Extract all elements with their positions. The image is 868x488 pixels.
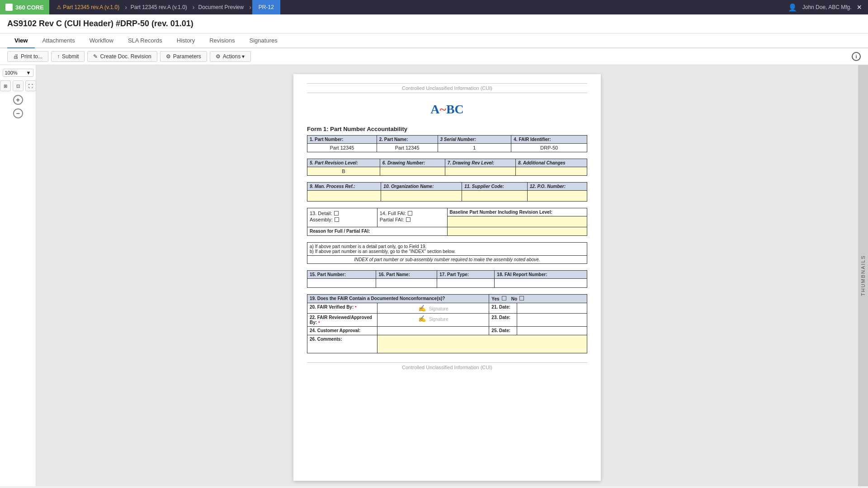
fit-page-button[interactable]: ⊡ [13, 80, 24, 91]
detail-checkbox-row: 13. Detail: [310, 211, 375, 216]
reason-label-cell: Reason for Full / Partial FAI: [307, 227, 448, 236]
date21-label-cell: 21. Date: [489, 303, 517, 314]
breadcrumb-bar: ⚠ Part 12345 rev.A (v.1.0) › Part 12345 … [49, 0, 782, 14]
note-text: a) If above part number is a detail part… [307, 243, 587, 256]
close-button[interactable]: × [857, 3, 862, 12]
user-icon: 👤 [788, 3, 797, 12]
parameters-button[interactable]: ⚙ Parameters [160, 51, 207, 62]
date25-value-cell [517, 327, 587, 335]
page-title: AS9102 Rev C (CUI Header) #DRP-50 (rev. … [0, 14, 868, 33]
document-page: Controlled Unclassified Information (CUI… [293, 74, 601, 481]
toolbar-right: i [852, 52, 861, 61]
full-fai-checkbox[interactable] [408, 211, 412, 216]
detail-checkbox[interactable] [334, 211, 339, 216]
submit-button[interactable]: ↑ Submit [51, 51, 85, 62]
col-header-3: 3 Serial Number: [438, 136, 511, 144]
nonconformance-label-cell: 19. Does the FAIR Contain a Documented N… [307, 295, 489, 303]
zoom-out-button[interactable]: − [13, 108, 23, 118]
form1-title: Form 1: Part Number Accountability [307, 126, 587, 132]
detail-assembly-cell: 13. Detail: Assembly: [307, 208, 377, 227]
partial-fai-checkbox[interactable] [406, 217, 410, 222]
full-fai-row: 14. Full FAI: [380, 211, 445, 216]
part-name-value: Part 12345 [377, 144, 438, 152]
p17-value [437, 279, 495, 288]
main-area: 100% ▼ ⊞ ⊡ ⛶ + − Controlled Unclassified… [0, 65, 868, 486]
drawing-rev-value [445, 167, 515, 176]
signature-icon-22: ✍ [418, 315, 426, 322]
actions-button[interactable]: ⚙ Actions ▾ [210, 51, 251, 62]
breadcrumb-item-4[interactable]: PR-12 [252, 0, 280, 14]
fair-verified-sig-cell: ✍ Signature [377, 303, 489, 314]
date23-value-cell [517, 314, 587, 327]
document-viewer[interactable]: Controlled Unclassified Information (CUI… [36, 65, 858, 486]
breadcrumb-item-2[interactable]: Part 12345 rev.A (v.1.0) [128, 0, 192, 14]
print-button[interactable]: 🖨 Print to... [7, 51, 48, 62]
breadcrumb-item-1[interactable]: ⚠ Part 12345 rev.A (v.1.0) [54, 0, 124, 14]
fit-width-button[interactable]: ⊞ [0, 80, 11, 91]
company-logo: A~BC [307, 102, 587, 117]
zoom-selector[interactable]: 100% ▼ [3, 69, 33, 77]
date25-label-cell: 25. Date: [489, 327, 517, 335]
baseline-header-cell: Baseline Part Number Including Revision … [447, 208, 587, 216]
fair-identifier-value: DRP-50 [511, 144, 587, 152]
col-header-9: 9. Man. Process Ref.: [307, 183, 381, 191]
assembly-checkbox[interactable] [335, 217, 339, 222]
info-button[interactable]: i [852, 52, 861, 61]
yes-checkbox[interactable] [502, 296, 506, 300]
view-controls: ⊞ ⊡ ⛶ [0, 80, 36, 91]
man-process-value [307, 191, 381, 202]
tab-attachments[interactable]: Attachments [35, 33, 82, 48]
col-header-11: 11. Supplier Code: [462, 183, 528, 191]
customer-approval-label-cell: 24. Customer Approval: [307, 327, 377, 335]
thumbnails-sidebar[interactable]: THUMBNAILS [858, 65, 868, 486]
breadcrumb-item-3[interactable]: Document Preview [195, 0, 248, 14]
brand-logo[interactable]: 360 CORE [0, 0, 49, 14]
col-header-6: 6. Drawing Number: [380, 159, 445, 167]
signature-icon-20: ✍ [418, 305, 426, 312]
p15-value [307, 279, 376, 288]
index-text: INDEX of part number or sub-assembly num… [307, 256, 587, 264]
cube-icon [5, 4, 13, 11]
baseline-value-cell [447, 216, 587, 227]
user-label: John Doe, ABC Mfg. [802, 4, 852, 10]
tab-view[interactable]: View [7, 33, 35, 48]
required-star-22: * [318, 320, 320, 325]
po-number-value [527, 191, 587, 202]
col-header-12: 12. P.O. Number: [527, 183, 587, 191]
nonconformance-options-cell: Yes No [489, 295, 587, 303]
customer-approval-value-cell [377, 327, 489, 335]
assembly-checkbox-row: Assembly: [310, 217, 375, 222]
top-bar: 360 CORE ⚠ Part 12345 rev.A (v.1.0) › Pa… [0, 0, 868, 14]
tab-signatures[interactable]: Signatures [242, 33, 285, 48]
additional-changes-value [516, 167, 587, 176]
cui-footer: Controlled Unclassified Information (CUI… [307, 362, 587, 372]
form-table-6: 19. Does the FAIR Contain a Documented N… [307, 294, 587, 353]
form-table-2: 5. Part Revision Level: 6. Drawing Numbe… [307, 159, 587, 176]
fair-reviewed-sig-cell: ✍ Signature [377, 314, 489, 327]
tab-sla-records[interactable]: SLA Records [121, 33, 170, 48]
form-table-4: 13. Detail: Assembly: 14. Full FAI: [307, 208, 587, 236]
form-table-5: 15. Part Number: 16. Part Name: 17. Part… [307, 270, 587, 288]
fullscreen-button[interactable]: ⛶ [25, 80, 36, 91]
fair-reviewed-label-cell: 22. FAIR Reviewed/Approved By: * [307, 314, 377, 327]
zoom-in-button[interactable]: + [13, 95, 23, 105]
breadcrumb-arrow-3: › [249, 4, 251, 11]
create-revision-button[interactable]: ✎ Create Doc. Revision [87, 51, 157, 62]
tab-revisions[interactable]: Revisions [202, 33, 242, 48]
date23-label-cell: 23. Date: [489, 314, 517, 327]
supplier-code-value [462, 191, 528, 202]
tab-bar: View Attachments Workflow SLA Records Hi… [0, 33, 868, 48]
drawing-number-value [380, 167, 445, 176]
no-checkbox[interactable] [519, 296, 524, 300]
tab-history[interactable]: History [170, 33, 202, 48]
col-header-8: 8. Additional Changes [516, 159, 587, 167]
left-sidebar: 100% ▼ ⊞ ⊡ ⛶ + − [0, 65, 36, 486]
p18-value [495, 279, 587, 288]
form-table-1: 1. Part Number: 2. Part Name: 3 Serial N… [307, 135, 587, 152]
partial-fai-row: Partial FAI: [380, 217, 445, 222]
col-header-2: 2. Part Name: [377, 136, 438, 144]
tab-workflow[interactable]: Workflow [82, 33, 121, 48]
toolbar: 🖨 Print to... ↑ Submit ✎ Create Doc. Rev… [0, 48, 868, 65]
p16-value [376, 279, 437, 288]
form-table-3: 9. Man. Process Ref.: 10. Organization N… [307, 182, 587, 202]
